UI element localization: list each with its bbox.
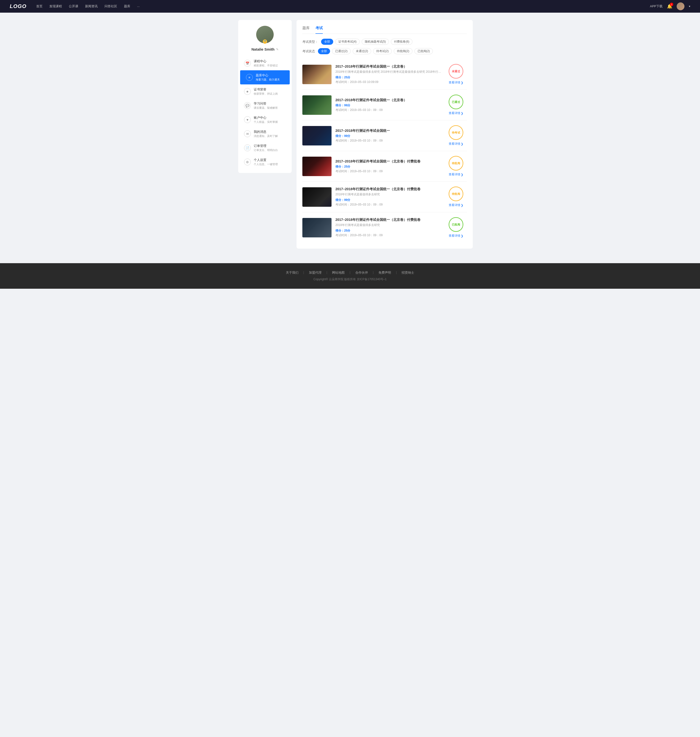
edit-icon[interactable]: ✎ (276, 48, 278, 51)
filter-type-random[interactable]: 随机抽题考试(5) (362, 39, 389, 45)
chevron-down-icon[interactable]: ▾ (689, 4, 690, 8)
exam-time-5: 考试时间：2019–05–03 10：09：09 (335, 203, 441, 207)
sidebar-badge-icon: 🏅 (263, 40, 267, 44)
exam-info-5: 2017–2018年行测证件考试全国统一（北京卷）付费批卷 2018年行测考试是… (335, 187, 441, 207)
filter-type-all[interactable]: 全部 (321, 39, 333, 45)
exam-time-6: 考试时间：2019–05–03 10：09：09 (335, 233, 441, 237)
exam-status-2: 已通过 查看详情 ❯ (445, 94, 467, 115)
footer-disclaimer[interactable]: 免费声明 (378, 270, 391, 275)
sidebar-menu-text-question: 题库中心 海量习题、助力通关 (256, 73, 280, 81)
exam-thumb-6 (302, 218, 331, 237)
avatar[interactable] (676, 3, 684, 10)
status-stamp-2: 已通过 (449, 94, 463, 109)
filter-status-passed[interactable]: 已通过(2) (332, 48, 351, 54)
filter-type-paid[interactable]: 付费批卷(6) (391, 39, 412, 45)
exam-status-3: 待考试 查看详情 ❯ (445, 125, 467, 146)
sidebar-item-message[interactable]: ✉ 我的消息 消息通知、及时了解 (238, 127, 292, 141)
sidebar-username-row: Natalie Smith ✎ (251, 47, 278, 51)
exam-score-6: 得分：25分 (335, 228, 441, 233)
exam-info-4: 2017–2018年行测证件考试全国统一（北京卷）付费批卷 得分：25分 考试时… (335, 159, 441, 174)
nav-discover[interactable]: 发现课程 (49, 4, 62, 9)
exam-thumb-1 (302, 65, 331, 84)
footer-links: 关于我们 | 加盟代理 | 网站地图 | 合作伙伴 | 免费声明 | 招贤纳士 (5, 270, 695, 275)
exam-item-4: 2017–2018年行测证件考试全国统一（北京卷）付费批卷 得分：25分 考试时… (302, 151, 467, 182)
sidebar-menu-title-order: 订单管理 (254, 144, 278, 148)
sidebar-menu-text-account: 账户中心 个人权益、实时掌握 (254, 115, 278, 124)
nav-home[interactable]: 首页 (36, 4, 43, 9)
nav-qa[interactable]: 问答社区 (104, 4, 117, 9)
content-area: 题库 考试 考试类型： 全部 证书类考试(4) 随机抽题考试(5) 付费批卷(6… (297, 20, 473, 249)
footer-partners[interactable]: 合作伙伴 (355, 270, 368, 275)
nav-question-bank[interactable]: 题库 (124, 4, 130, 9)
exam-title-4: 2017–2018年行测证件考试全国统一（北京卷）付费批卷 (335, 159, 441, 164)
sidebar-item-course[interactable]: 📅 课程中心 精彩课程、不容错过 (238, 56, 292, 70)
sidebar-menu-title-question: 题库中心 (256, 73, 280, 78)
view-detail-4[interactable]: 查看详情 ❯ (449, 172, 463, 177)
exam-time-1: 考试时间：2019–05–03 10:09:09 (335, 80, 441, 84)
gear-icon: ⚙ (244, 159, 251, 165)
tab-question-bank[interactable]: 题库 (302, 26, 310, 34)
nav-open-course[interactable]: 公开课 (69, 4, 78, 9)
sidebar-item-certificate[interactable]: ★ 证书荣誉 收获荣誉、持证上岗 (238, 84, 292, 99)
filter-status-failed[interactable]: 未通过(2) (353, 48, 371, 54)
sidebar-item-setting[interactable]: ⚙ 个人设置 个人信息、一键管理 (238, 155, 292, 169)
navbar-logo[interactable]: LOGO (10, 3, 26, 9)
view-detail-6[interactable]: 查看详情 ❯ (449, 234, 463, 238)
notification-bell[interactable]: 🔔 1 (667, 4, 672, 9)
sidebar-menu-title-course: 课程中心 (254, 59, 278, 63)
filter-type-cert[interactable]: 证书类考试(4) (335, 39, 360, 45)
sidebar: 🏅 Natalie Smith ✎ 📅 课程中心 精彩课程、不容错过 ≡ 题库中… (238, 20, 292, 173)
sidebar-menu: 📅 课程中心 精彩课程、不容错过 ≡ 题库中心 海量习题、助力通关 ★ 证书荣誉… (238, 56, 292, 169)
exam-status-5: 待批阅 查看详情 ❯ (445, 187, 467, 207)
view-detail-5[interactable]: 查看详情 ❯ (449, 203, 463, 207)
view-detail-2[interactable]: 查看详情 ❯ (449, 111, 463, 115)
exam-score-5: 得分：99分 (335, 198, 441, 202)
filter-status-reviewed[interactable]: 已批阅(2) (415, 48, 433, 54)
footer: 关于我们 | 加盟代理 | 网站地图 | 合作伙伴 | 免费声明 | 招贤纳士 … (0, 263, 700, 289)
sidebar-menu-text-setting: 个人设置 个人信息、一键管理 (254, 158, 278, 166)
sidebar-menu-text-order: 订单管理 订单支出、明明白白 (254, 144, 278, 152)
footer-copyright: Copyright® 云朵商学院 版权所有 京ICP备17051340号–1 (5, 277, 695, 282)
avatar-container: 🏅 (256, 26, 274, 44)
sidebar-menu-title-account: 账户中心 (254, 115, 278, 120)
document-icon: 📄 (244, 144, 251, 151)
sidebar-item-study[interactable]: 💬 学习问答 课后重温、疑难解答 (238, 99, 292, 113)
footer-franchise[interactable]: 加盟代理 (309, 270, 322, 275)
exam-desc-1: 2018年行测考试是最值得多去研究 2018年行测考试是最值得多去研究 2018… (335, 70, 441, 74)
footer-about[interactable]: 关于我们 (286, 270, 299, 275)
nav-more[interactable]: ··· (137, 4, 140, 8)
sidebar-menu-text-course: 课程中心 精彩课程、不容错过 (254, 59, 278, 67)
view-detail-3[interactable]: 查看详情 ❯ (449, 142, 463, 146)
message-icon: ✉ (244, 130, 251, 137)
status-stamp-4: 待批阅 (449, 156, 463, 171)
sidebar-menu-sub-question: 海量习题、助力通关 (256, 78, 280, 81)
app-download-link[interactable]: APP下载 (650, 4, 663, 9)
sidebar-item-order[interactable]: 📄 订单管理 订单支出、明明白白 (238, 141, 292, 155)
exam-info-1: 2017–2018年行测证件考试全国统一（北京卷） 2018年行测考试是最值得多… (335, 65, 441, 84)
view-detail-1[interactable]: 查看详情 ❯ (449, 81, 463, 85)
sidebar-item-account[interactable]: ♥ 账户中心 个人权益、实时掌握 (238, 113, 292, 127)
exam-info-6: 2017–2018年行测证件考试全国统一（北京卷）付费批卷 2018年行测考试是… (335, 218, 441, 237)
nav-news[interactable]: 新闻资讯 (85, 4, 98, 9)
exam-list: 2017–2018年行测证件考试全国统一（北京卷） 2018年行测考试是最值得多… (302, 59, 467, 243)
filter-status-all[interactable]: 全部 (318, 48, 330, 54)
exam-score-4: 得分：25分 (335, 165, 441, 169)
exam-status-6: 已批阅 查看详情 ❯ (445, 217, 467, 238)
exam-desc-6: 2018年行测考试是最值得多去研究 (335, 223, 441, 227)
exam-title-5: 2017–2018年行测证件考试全国统一（北京卷）付费批卷 (335, 187, 441, 192)
footer-careers[interactable]: 招贤纳士 (401, 270, 414, 275)
exam-status-1: 未通过 查看详情 ❯ (445, 64, 467, 85)
navbar-right: APP下载 🔔 1 ▾ (650, 3, 690, 10)
tab-exam[interactable]: 考试 (316, 26, 323, 34)
sidebar-item-question[interactable]: ≡ 题库中心 海量习题、助力通关 (240, 70, 290, 84)
filter-status-awaiting-review[interactable]: 待批阅(2) (394, 48, 412, 54)
footer-sitemap[interactable]: 网站地图 (332, 270, 345, 275)
status-stamp-3: 待考试 (449, 125, 463, 140)
filter-status-pending[interactable]: 待考试(2) (373, 48, 392, 54)
chat-icon: 💬 (244, 102, 251, 109)
sidebar-menu-sub-course: 精彩课程、不容错过 (254, 64, 278, 67)
sidebar-menu-title-certificate: 证书荣誉 (254, 87, 278, 92)
sidebar-menu-sub-order: 订单支出、明明白白 (254, 148, 278, 152)
exam-item-2: 2017–2018年行测证件考试全国统一（北京卷） 得分：99分 考试时间：20… (302, 90, 467, 120)
navbar-nav: 首页 发现课程 公开课 新闻资讯 问答社区 题库 ··· (36, 4, 650, 9)
